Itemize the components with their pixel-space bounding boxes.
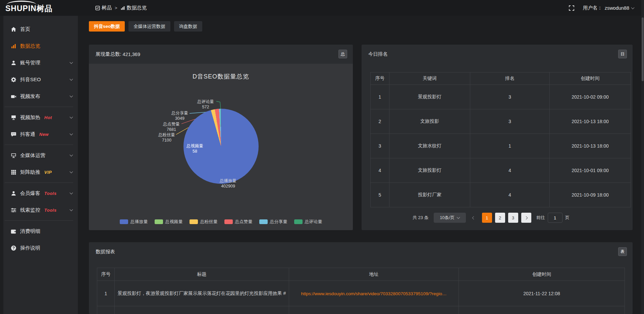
legend-item-总播放量[interactable]: 总播放量 xyxy=(120,219,148,225)
ranking-panel: 今日排名 日 序号关键词排名创建时间 1景观投影灯32021-10-02 09:… xyxy=(362,45,633,230)
sidebar-item-13[interactable]: 操作说明 xyxy=(0,240,78,256)
table-row: 5投影灯厂家42021-10-09 18:00 xyxy=(371,183,631,207)
user-dropdown[interactable]: 用户名：zswodun88 xyxy=(583,5,634,11)
legend-item-总视频量[interactable]: 总视频量 xyxy=(155,219,183,225)
table-cell: 文旅投影灯 xyxy=(389,158,470,183)
screen-icon xyxy=(11,115,16,120)
sidebar-item-tag: Tools xyxy=(44,191,57,196)
pie-label-总视频量: 总视频量58 xyxy=(181,143,208,154)
next-page-button[interactable] xyxy=(521,213,531,223)
page-button-1[interactable]: 1 xyxy=(482,213,492,223)
sidebar-item-label: 全媒体运营 xyxy=(20,152,45,159)
sidebar-divider xyxy=(5,182,73,183)
bar-chart-icon xyxy=(11,43,16,49)
report-column-header: 创建时间 xyxy=(459,268,625,281)
url-cell xyxy=(289,306,459,314)
legend-label: 总视频量 xyxy=(165,219,183,225)
total-badge-button[interactable]: 总 xyxy=(338,50,347,58)
legend-item-总评论量[interactable]: 总评论量 xyxy=(294,219,322,225)
breadcrumb-separator: > xyxy=(115,5,117,10)
pie-label-总点赞量: 总点赞量7681 xyxy=(158,121,185,133)
monitor-icon xyxy=(11,153,16,158)
legend-label: 总点赞量 xyxy=(235,219,253,225)
page-button-2[interactable]: 2 xyxy=(495,213,505,223)
table-row xyxy=(97,306,625,314)
sidebar-item-5[interactable]: 视频发布 xyxy=(0,88,78,105)
chevron-down-icon xyxy=(631,6,635,9)
page-scrollbar[interactable] xyxy=(641,0,644,314)
fullscreen-icon[interactable] xyxy=(569,5,574,11)
legend-label: 总粉丝量 xyxy=(200,219,218,225)
table-cell: 4 xyxy=(371,158,389,183)
sidebar-item-7[interactable]: 抖客通New xyxy=(0,126,78,143)
prev-page-button[interactable] xyxy=(469,213,479,223)
ranking-table-head: 序号关键词排名创建时间 xyxy=(371,72,631,85)
legend-item-总分享量[interactable]: 总分享量 xyxy=(259,219,287,225)
row-number-cell: 1 xyxy=(97,281,115,306)
sidebar-item-label: 数据总览 xyxy=(20,43,40,49)
page-button-3[interactable]: 3 xyxy=(508,213,518,223)
title-cell xyxy=(115,306,289,314)
sidebar-item-label: 会员爆客 xyxy=(20,190,40,197)
ranking-column-header: 序号 xyxy=(371,72,389,85)
chevron-down-icon xyxy=(70,115,73,119)
scrollbar-thumb[interactable] xyxy=(642,17,644,81)
sidebar-item-9[interactable]: 矩阵助推VIP xyxy=(0,164,78,180)
breadcrumb-item-current[interactable]: 数据总览 xyxy=(120,5,147,11)
report-column-header: 序号 xyxy=(97,268,115,281)
stat-label: 展现量总数: xyxy=(96,51,121,57)
chevron-down-icon xyxy=(457,216,460,219)
sidebar-item-label: 操作说明 xyxy=(20,245,40,251)
sidebar-item-12[interactable]: 消费明细 xyxy=(0,223,78,240)
breadcrumb-item-home[interactable]: 树品 xyxy=(95,5,112,11)
ranking-column-header: 排名 xyxy=(470,72,550,85)
chevron-down-icon xyxy=(70,132,73,136)
logo: SHUPIN树品 xyxy=(0,0,78,16)
table-cell: 文旅水纹灯 xyxy=(389,134,470,158)
sidebar-item-8[interactable]: 全媒体运营 xyxy=(0,147,78,164)
sidebar-item-label: 抖客通 xyxy=(20,131,35,138)
top-header: SHUPIN树品 树品 > 数据总览 xyxy=(0,0,644,16)
video-link[interactable]: https://www.iesdouyin.com/share/video/70… xyxy=(301,291,447,296)
table-cell: 2021-10-13 18:00 xyxy=(550,109,631,134)
grid-icon xyxy=(11,169,16,175)
sidebar-item-6[interactable]: 视频加热Hot xyxy=(0,109,78,126)
tab-2[interactable]: 全媒体运营数据 xyxy=(128,21,170,32)
legend-item-总粉丝量[interactable]: 总粉丝量 xyxy=(190,219,218,225)
sidebar-item-11[interactable]: 线索监控Tools xyxy=(0,202,78,218)
pie-label-总评论量: 总评论量572 xyxy=(192,99,219,110)
legend-label: 总播放量 xyxy=(130,219,148,225)
sidebar-item-tag: VIP xyxy=(44,170,52,175)
username-label: 用户名： xyxy=(583,5,602,11)
sliders-icon xyxy=(11,207,16,213)
sidebar-item-10[interactable]: 会员爆客Tools xyxy=(0,185,78,202)
chart-legend: 总播放量总视频量总粉丝量总点赞量总分享量总评论量 xyxy=(89,219,353,225)
table-badge-button[interactable]: 表 xyxy=(618,247,627,256)
page-size-select[interactable]: 10条/页 xyxy=(434,213,466,223)
chat-icon xyxy=(11,132,16,137)
data-tabs: 抖音seo数据全媒体运营数据询盘数据 xyxy=(89,21,202,32)
sidebar-item-2[interactable]: 数据总览 xyxy=(0,38,78,54)
sidebar-item-4[interactable]: 抖音SEO xyxy=(0,71,78,88)
chevron-down-icon xyxy=(70,191,73,195)
tab-1[interactable]: 抖音seo数据 xyxy=(89,21,125,32)
table-row: 1景观投影灯32021-10-02 09:00 xyxy=(371,85,631,109)
total-count: 共 23 条 xyxy=(413,215,429,221)
goto-page-input[interactable] xyxy=(548,213,562,223)
pagination: 共 23 条 10条/页 123 前往 页 xyxy=(413,213,633,223)
legend-swatch xyxy=(294,219,303,224)
tab-3[interactable]: 询盘数据 xyxy=(174,21,202,32)
sidebar-item-tag: New xyxy=(39,132,49,137)
user-icon xyxy=(11,191,16,196)
legend-item-总点赞量[interactable]: 总点赞量 xyxy=(224,219,253,225)
home-icon xyxy=(11,27,16,32)
question-icon xyxy=(11,245,16,251)
chevron-down-icon xyxy=(70,61,73,64)
day-badge-button[interactable]: 日 xyxy=(618,50,627,58)
chevron-down-icon xyxy=(70,170,73,173)
table-cell: 3 xyxy=(371,134,389,158)
sidebar-item-3[interactable]: 账号管理 xyxy=(0,54,78,71)
sidebar-item-label: 抖音SEO xyxy=(20,76,41,83)
sidebar-item-1[interactable]: 首页 xyxy=(0,21,78,38)
sidebar-nav: 首页数据总览账号管理抖音SEO视频发布视频加热Hot抖客通New全媒体运营矩阵助… xyxy=(0,16,78,314)
